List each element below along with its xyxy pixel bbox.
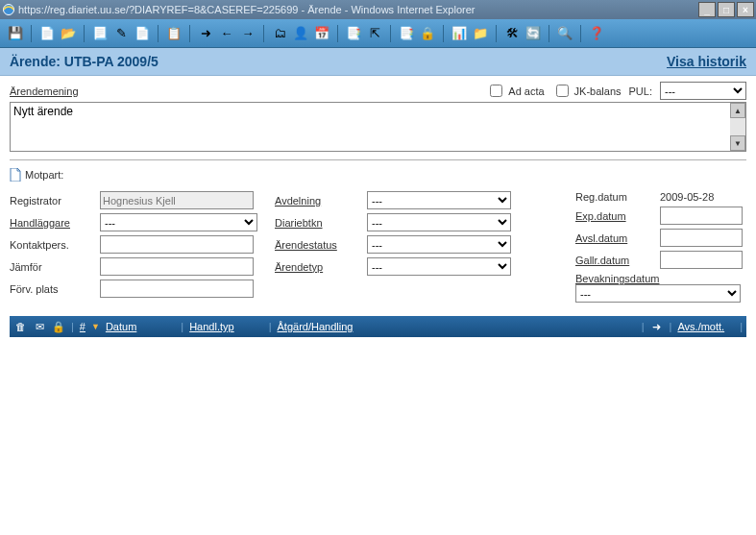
avdelning-select[interactable]: --- <box>367 191 511 209</box>
jk-balans-label: JK-balans <box>574 85 622 97</box>
window-maximize-button[interactable]: □ <box>718 2 735 17</box>
refresh-icon[interactable]: 🔄 <box>525 26 541 41</box>
avdelning-label: Avdelning <box>275 195 361 207</box>
motpart-label: Motpart: <box>25 169 63 181</box>
diariebtkn-select[interactable]: --- <box>367 213 511 231</box>
jamfor-field[interactable] <box>100 257 254 276</box>
case-title: Ärende: UTB-PA 2009/5 <box>10 54 159 69</box>
ad-acta-checkbox[interactable]: Ad acta <box>486 82 544 100</box>
handlaggare-select[interactable]: --- <box>100 213 257 231</box>
jamfor-label: Jämför <box>10 261 94 273</box>
col-atgard[interactable]: Åtgärd/Handling <box>278 321 354 332</box>
registrator-label: Registrator <box>10 195 94 207</box>
arendestatus-label: Ärendestatus <box>275 239 361 251</box>
chart-icon[interactable]: 📊 <box>451 26 467 41</box>
avsl-datum-field[interactable] <box>660 229 743 247</box>
pul-select[interactable]: --- <box>660 82 746 100</box>
forv-plats-label: Förv. plats <box>10 283 94 295</box>
new-doc-icon[interactable]: 📄 <box>39 26 55 41</box>
col-num[interactable]: # <box>80 321 85 332</box>
textarea-scrollbar[interactable]: ▲ ▼ <box>730 103 745 151</box>
trash-icon[interactable]: 🗑 <box>13 320 27 333</box>
export-icon[interactable]: ⇱ <box>367 26 382 41</box>
person-icon[interactable]: 👤 <box>293 26 308 41</box>
ad-acta-input[interactable] <box>490 85 502 97</box>
kontaktpers-field[interactable] <box>100 235 254 254</box>
jk-balans-input[interactable] <box>556 85 569 97</box>
bevakningsdatum-label: Bevakningsdatum <box>575 273 659 284</box>
sort-indicator-icon: ▼ <box>91 322 100 331</box>
arrow-right-green-icon[interactable]: → <box>240 26 256 41</box>
window-close-button[interactable]: × <box>737 2 754 17</box>
lock-icon[interactable]: 🔒 <box>420 26 435 41</box>
save-icon[interactable]: 💾 <box>8 26 23 41</box>
copy-multi-icon[interactable]: 📑 <box>399 26 414 41</box>
jk-balans-checkbox[interactable]: JK-balans <box>552 82 622 100</box>
folder-icon[interactable]: 📁 <box>473 26 488 41</box>
help-icon[interactable]: ❓ <box>589 26 604 41</box>
gallr-datum-field[interactable] <box>660 251 743 269</box>
lock-col-icon[interactable]: 🔒 <box>52 320 65 333</box>
calendar-icon[interactable]: 📅 <box>314 26 329 41</box>
exp-datum-label: Exp.datum <box>575 210 654 222</box>
arendetyp-select[interactable]: --- <box>367 257 511 276</box>
arrow-col-icon[interactable]: ➜ <box>650 320 664 333</box>
col-avsmott[interactable]: Avs./mott. <box>677 321 724 332</box>
window-title: https://reg.diariet.uu.se/?DIARYREF=8&CA… <box>18 4 698 15</box>
list2-icon[interactable]: 📑 <box>346 26 361 41</box>
actions-table-header: 🗑 ✉ 🔒 | # ▼ Datum | Handl.typ | Åtgärd/H… <box>10 316 746 337</box>
forv-plats-field[interactable] <box>100 280 254 298</box>
svg-point-0 <box>4 5 14 15</box>
bevakningsdatum-select[interactable]: --- <box>575 284 741 303</box>
document-icon <box>10 168 21 182</box>
col-datum[interactable]: Datum <box>106 321 136 332</box>
kontaktpers-label: Kontaktpers. <box>10 239 94 251</box>
avsl-datum-label: Avsl.datum <box>575 232 654 244</box>
gallr-datum-label: Gallr.datum <box>575 255 654 266</box>
exp-datum-field[interactable] <box>660 207 743 225</box>
diariebtkn-label: Diariebtkn <box>275 217 361 229</box>
pul-label: PUL: <box>629 85 652 97</box>
list-icon[interactable]: 📋 <box>166 26 182 41</box>
scroll-up-icon[interactable]: ▲ <box>730 103 745 118</box>
main-toolbar: 💾📄📂📃✎📄📋➜←→🗂👤📅📑⇱📑🔒📊📁🛠🔄🔍❓ <box>0 19 756 48</box>
case-header: Ärende: UTB-PA 2009/5 Visa historik <box>0 48 756 76</box>
window-minimize-button[interactable]: _ <box>698 2 716 17</box>
arendetyp-label: Ärendetyp <box>275 261 361 273</box>
arrow-right-blue-icon[interactable]: ➜ <box>198 26 213 41</box>
arendemening-field: Nytt ärende ▲ ▼ <box>10 102 746 152</box>
card-icon[interactable]: 🗂 <box>272 26 287 41</box>
scroll-down-icon[interactable]: ▼ <box>730 135 745 151</box>
page-icon[interactable]: 📃 <box>92 26 108 41</box>
ad-acta-label: Ad acta <box>508 85 544 97</box>
arrow-left-red-icon[interactable]: ← <box>219 26 234 41</box>
col-handltyp[interactable]: Handl.typ <box>189 321 233 332</box>
window-titlebar: https://reg.diariet.uu.se/?DIARYREF=8&CA… <box>0 0 756 19</box>
edit-icon[interactable]: ✎ <box>113 26 129 41</box>
reg-datum-value: 2009-05-28 <box>660 191 746 203</box>
mail-icon[interactable]: ✉ <box>33 320 46 333</box>
arendemening-label: Ärendemening <box>10 85 79 97</box>
arendemening-textarea[interactable]: Nytt ärende <box>11 103 730 149</box>
copy-page-icon[interactable]: 📄 <box>134 26 150 41</box>
registrator-field <box>100 191 254 209</box>
open-icon[interactable]: 📂 <box>61 26 76 41</box>
show-history-link[interactable]: Visa historik <box>667 54 746 69</box>
arendestatus-select[interactable]: --- <box>367 235 511 254</box>
search-icon[interactable]: 🔍 <box>557 26 573 41</box>
ie-icon <box>2 3 15 16</box>
tool-icon[interactable]: 🛠 <box>504 26 520 41</box>
reg-datum-label: Reg.datum <box>575 191 654 203</box>
handlaggare-label: Handläggare <box>10 217 94 229</box>
